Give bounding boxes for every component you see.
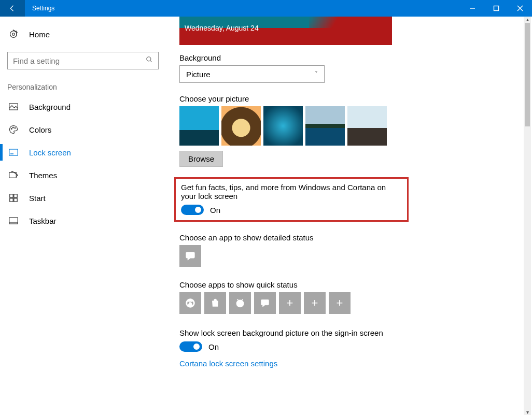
scrollbar[interactable]: ▴ ▾	[524, 17, 531, 415]
picture-thumb[interactable]	[305, 106, 345, 146]
back-button[interactable]	[0, 0, 25, 17]
sidebar-item-themes[interactable]: Themes	[0, 164, 166, 187]
scroll-up-icon[interactable]: ▴	[524, 17, 531, 22]
scroll-thumb[interactable]	[525, 23, 530, 126]
sidebar: Home Personalization Background Colors L…	[0, 17, 166, 415]
sidebar-item-start[interactable]: Start	[0, 187, 166, 209]
funfacts-highlight: Get fun facts, tips, and more from Windo…	[174, 177, 409, 222]
svg-rect-17	[10, 198, 13, 202]
sidebar-item-label: Start	[29, 194, 46, 203]
picture-thumbnails	[179, 106, 511, 146]
signin-state: On	[208, 342, 219, 351]
quick-app-slot-xbox[interactable]	[179, 292, 201, 314]
detailed-status-label: Choose an app to show detailed status	[179, 233, 511, 242]
home-nav[interactable]: Home	[0, 24, 166, 45]
window-controls	[460, 0, 532, 17]
sidebar-item-background[interactable]: Background	[0, 95, 166, 118]
background-dropdown[interactable]: Picture ˅	[179, 65, 325, 83]
svg-rect-16	[14, 194, 17, 197]
picture-thumb[interactable]	[221, 106, 261, 146]
svg-point-5	[10, 31, 17, 38]
svg-rect-19	[9, 218, 18, 224]
quick-app-slot-add[interactable]: +	[279, 292, 301, 314]
start-icon	[7, 193, 20, 203]
palette-icon	[7, 124, 20, 135]
svg-rect-13	[10, 153, 13, 154]
svg-rect-1	[494, 6, 499, 11]
quick-app-slot-messaging[interactable]	[254, 292, 276, 314]
maximize-button[interactable]	[484, 0, 508, 17]
quick-app-slot-add[interactable]: +	[329, 292, 351, 314]
lockscreen-icon	[7, 147, 20, 158]
funfacts-state: On	[210, 206, 220, 214]
quick-status-label: Choose apps to show quick status	[179, 280, 511, 289]
quick-app-slot-alarm[interactable]	[229, 292, 251, 314]
signin-label: Show lock screen background picture on t…	[179, 328, 511, 337]
sidebar-item-label: Background	[29, 103, 71, 111]
titlebar: Settings	[0, 0, 532, 17]
svg-point-11	[15, 127, 16, 128]
background-label: Background	[179, 53, 511, 62]
sidebar-item-label: Lock screen	[29, 148, 71, 157]
picture-thumb[interactable]	[263, 106, 303, 146]
svg-rect-15	[10, 194, 13, 197]
sidebar-item-label: Taskbar	[29, 217, 57, 225]
home-label: Home	[29, 30, 50, 39]
taskbar-icon	[7, 216, 20, 226]
svg-point-6	[147, 57, 151, 61]
svg-rect-12	[9, 149, 18, 155]
funfacts-toggle[interactable]	[181, 205, 204, 215]
funfacts-label: Get fun facts, tips, and more from Windo…	[181, 183, 402, 201]
gear-icon	[7, 29, 20, 39]
search-icon	[146, 56, 153, 65]
image-icon	[7, 102, 20, 112]
sidebar-item-label: Themes	[29, 171, 57, 180]
svg-point-9	[11, 128, 12, 130]
sidebar-item-label: Colors	[29, 125, 51, 134]
choose-picture-label: Choose your picture	[179, 94, 511, 103]
sidebar-item-colors[interactable]: Colors	[0, 118, 166, 141]
search-box[interactable]	[7, 52, 159, 69]
sidebar-item-taskbar[interactable]: Taskbar	[0, 209, 166, 232]
search-input[interactable]	[13, 56, 146, 65]
quick-app-slot-add[interactable]: +	[304, 292, 326, 314]
picture-thumb[interactable]	[179, 106, 219, 146]
svg-point-4	[12, 33, 15, 36]
svg-rect-18	[14, 198, 17, 202]
main-content: Wednesday, August 24 Background Picture …	[166, 17, 532, 415]
lockscreen-preview: Wednesday, August 24	[179, 17, 392, 45]
picture-thumb[interactable]	[347, 106, 387, 146]
close-button[interactable]	[508, 0, 532, 17]
chevron-down-icon: ˅	[315, 70, 318, 78]
dropdown-value: Picture	[186, 70, 211, 79]
themes-icon	[7, 170, 20, 180]
minimize-button[interactable]	[460, 0, 484, 17]
svg-line-7	[150, 61, 152, 62]
svg-point-10	[12, 127, 13, 128]
cortana-link[interactable]: Cortana lock screen settings	[179, 359, 277, 368]
preview-date: Wednesday, August 24	[185, 24, 259, 32]
sidebar-item-lockscreen[interactable]: Lock screen	[0, 141, 166, 164]
signin-toggle[interactable]	[179, 341, 202, 352]
quick-app-slot-store[interactable]	[204, 292, 226, 314]
browse-button[interactable]: Browse	[179, 151, 223, 167]
detailed-app-slot[interactable]	[179, 245, 201, 267]
window-title: Settings	[25, 5, 54, 12]
scroll-down-icon[interactable]: ▾	[524, 409, 531, 415]
section-label: Personalization	[0, 69, 166, 95]
